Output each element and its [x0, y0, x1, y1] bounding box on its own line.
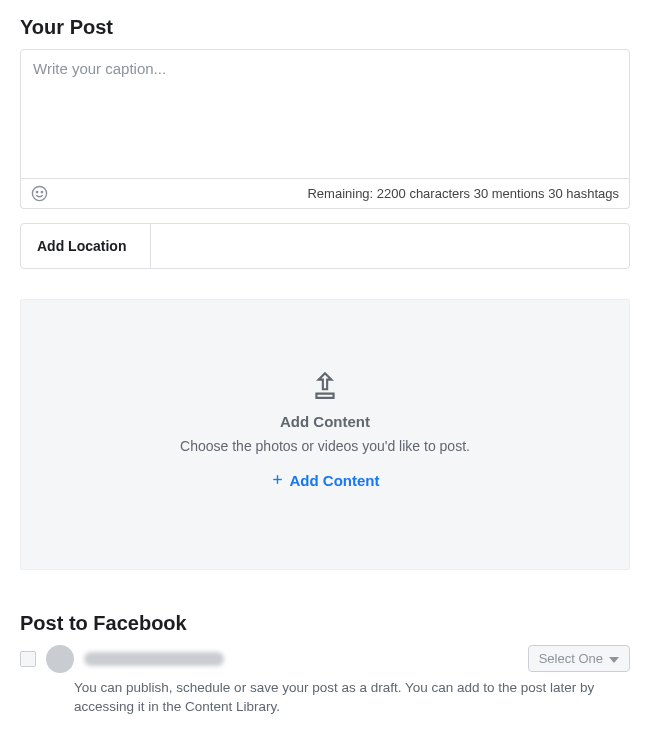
- add-content-button[interactable]: Add Content: [271, 472, 380, 489]
- upload-icon: [312, 370, 338, 403]
- avatar: [46, 645, 74, 673]
- post-to-facebook-title: Post to Facebook: [20, 612, 630, 635]
- plus-icon: [271, 472, 284, 489]
- facebook-page-name: [84, 652, 224, 666]
- add-content-link-label: Add Content: [290, 472, 380, 489]
- chevron-down-icon: [609, 651, 619, 666]
- add-content-title: Add Content: [41, 413, 609, 430]
- caption-placeholder: Write your caption...: [33, 60, 166, 77]
- your-post-title: Your Post: [20, 16, 630, 39]
- caption-meta-bar: Remaining: 2200 characters 30 mentions 3…: [20, 179, 630, 209]
- facebook-description: You can publish, schedule or save your p…: [20, 679, 630, 717]
- facebook-page-checkbox[interactable]: [20, 651, 36, 667]
- svg-point-0: [32, 186, 46, 200]
- location-input-area[interactable]: [151, 224, 629, 268]
- remaining-text: Remaining: 2200 characters 30 mentions 3…: [307, 186, 619, 201]
- svg-point-2: [41, 191, 42, 192]
- select-one-label: Select One: [539, 651, 603, 666]
- emoji-icon[interactable]: [31, 185, 48, 202]
- add-content-subtitle: Choose the photos or videos you'd like t…: [41, 438, 609, 454]
- add-location-row: Add Location: [20, 223, 630, 269]
- caption-textarea[interactable]: Write your caption...: [20, 49, 630, 179]
- svg-point-1: [36, 191, 37, 192]
- select-one-dropdown[interactable]: Select One: [528, 645, 630, 672]
- add-location-button[interactable]: Add Location: [21, 224, 151, 268]
- facebook-page-row: Select One: [20, 645, 630, 673]
- add-content-panel: Add Content Choose the photos or videos …: [20, 299, 630, 570]
